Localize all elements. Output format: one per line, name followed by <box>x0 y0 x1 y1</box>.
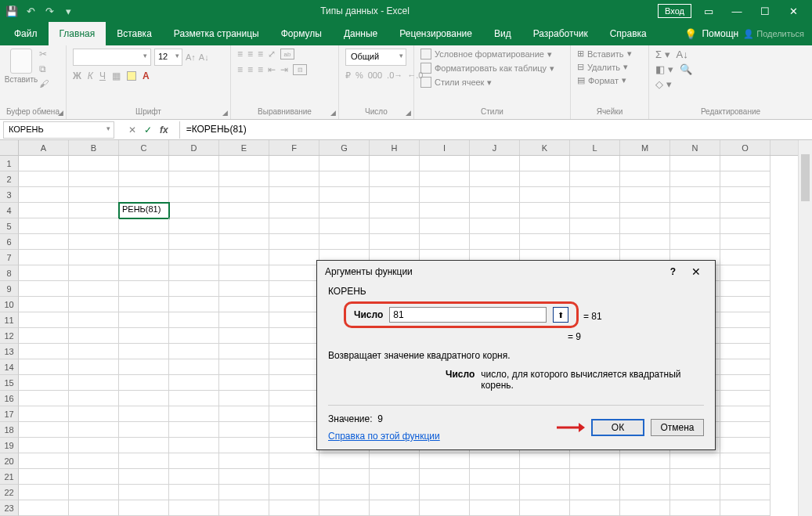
column-header[interactable]: L <box>570 140 620 155</box>
signin-button[interactable]: Вход <box>658 4 691 18</box>
cell[interactable] <box>119 312 169 328</box>
cell[interactable] <box>420 218 470 234</box>
cell[interactable] <box>720 391 770 406</box>
cell[interactable] <box>19 469 69 485</box>
increase-decimal-icon[interactable]: .0→ <box>387 70 402 81</box>
cell[interactable] <box>19 265 69 281</box>
column-header[interactable]: M <box>620 140 670 155</box>
cell[interactable] <box>219 453 269 469</box>
cell[interactable] <box>420 469 470 485</box>
row-header[interactable]: 17 <box>0 406 19 422</box>
column-header[interactable]: J <box>470 140 520 155</box>
cell[interactable] <box>169 359 219 375</box>
cell[interactable] <box>19 328 69 344</box>
cell[interactable] <box>720 422 770 438</box>
cell[interactable] <box>420 171 470 187</box>
column-header[interactable]: I <box>420 140 470 155</box>
cell[interactable] <box>19 438 69 453</box>
cell[interactable] <box>69 500 119 516</box>
cell[interactable] <box>19 297 69 312</box>
cell[interactable] <box>169 438 219 453</box>
dialog-launcher-icon[interactable]: ◢ <box>330 109 336 117</box>
dialog-titlebar[interactable]: Аргументы функции ? ✕ <box>317 261 715 283</box>
cell[interactable] <box>269 156 319 171</box>
cell[interactable] <box>620 171 670 187</box>
cell[interactable] <box>169 469 219 485</box>
clear-icon[interactable]: ◇ ▾ <box>655 78 672 90</box>
cell[interactable] <box>420 187 470 203</box>
cell[interactable] <box>520 187 570 203</box>
cell[interactable] <box>219 485 269 500</box>
dialog-launcher-icon[interactable]: ◢ <box>406 109 411 117</box>
delete-cells-button[interactable]: ⊟ Удалить ▾ <box>577 62 642 72</box>
cell[interactable] <box>169 297 219 312</box>
cell[interactable] <box>69 218 119 234</box>
cell[interactable] <box>470 453 520 469</box>
cell[interactable] <box>69 265 119 281</box>
cell[interactable] <box>269 422 319 438</box>
column-header[interactable]: B <box>69 140 119 155</box>
cell[interactable] <box>219 218 269 234</box>
font-combo[interactable] <box>73 49 151 66</box>
cell[interactable] <box>269 265 319 281</box>
cell[interactable] <box>470 187 520 203</box>
row-header[interactable]: 9 <box>0 281 19 297</box>
cell[interactable] <box>69 453 119 469</box>
format-cells-button[interactable]: ▤ Формат ▾ <box>577 75 642 85</box>
cell[interactable] <box>520 234 570 250</box>
row-header[interactable]: 16 <box>0 391 19 406</box>
tell-me-input[interactable]: Помощн <box>702 28 738 39</box>
ribbon-options-icon[interactable]: ▭ <box>698 0 720 22</box>
cell[interactable] <box>19 344 69 359</box>
cell[interactable] <box>520 469 570 485</box>
cell[interactable] <box>720 203 770 218</box>
cell[interactable] <box>119 453 169 469</box>
cell[interactable] <box>720 469 770 485</box>
cell[interactable] <box>370 453 420 469</box>
cell[interactable] <box>670 156 720 171</box>
cell[interactable] <box>670 218 720 234</box>
row-header[interactable]: 13 <box>0 344 19 359</box>
decrease-font-icon[interactable]: A↓ <box>199 52 209 62</box>
comma-icon[interactable]: 000 <box>368 70 382 81</box>
cell[interactable] <box>520 156 570 171</box>
cell[interactable] <box>269 453 319 469</box>
cell[interactable] <box>169 375 219 391</box>
cell[interactable] <box>370 218 420 234</box>
cell[interactable] <box>319 485 370 500</box>
cell[interactable] <box>169 406 219 422</box>
row-header[interactable]: 10 <box>0 297 19 312</box>
cell[interactable] <box>319 156 370 171</box>
cell[interactable] <box>720 312 770 328</box>
cell[interactable] <box>69 422 119 438</box>
cell[interactable] <box>19 453 69 469</box>
cell[interactable] <box>720 250 770 265</box>
cell[interactable] <box>169 218 219 234</box>
cell[interactable] <box>69 328 119 344</box>
cell[interactable] <box>269 344 319 359</box>
cell[interactable] <box>370 156 420 171</box>
cell[interactable] <box>470 156 520 171</box>
cell[interactable] <box>119 485 169 500</box>
cell[interactable] <box>420 485 470 500</box>
font-size-combo[interactable]: 12 <box>154 49 182 66</box>
cell[interactable] <box>319 469 370 485</box>
cell[interactable] <box>169 391 219 406</box>
save-icon[interactable]: 💾 <box>5 4 19 18</box>
row-header[interactable]: 3 <box>0 187 19 203</box>
cell[interactable] <box>269 375 319 391</box>
cell[interactable] <box>269 171 319 187</box>
cell[interactable] <box>470 469 520 485</box>
percent-icon[interactable]: % <box>355 70 363 81</box>
cell[interactable] <box>169 187 219 203</box>
cell[interactable] <box>370 187 420 203</box>
cell[interactable] <box>319 203 370 218</box>
cell[interactable] <box>670 187 720 203</box>
cell[interactable] <box>420 156 470 171</box>
cell[interactable] <box>319 171 370 187</box>
cell[interactable] <box>620 187 670 203</box>
cell[interactable] <box>119 250 169 265</box>
cell[interactable] <box>219 281 269 297</box>
column-header[interactable]: E <box>219 140 269 155</box>
cell[interactable] <box>720 171 770 187</box>
